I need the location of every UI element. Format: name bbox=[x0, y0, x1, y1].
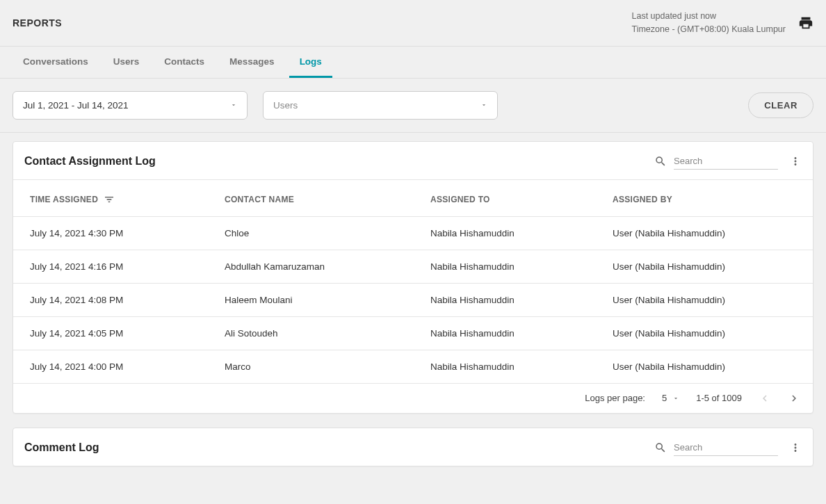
cell-assigned_by: User (Nabila Hishamuddin) bbox=[596, 283, 813, 316]
search-wrap bbox=[654, 439, 778, 456]
page-title: REPORTS bbox=[13, 17, 62, 29]
chevron-down-icon bbox=[230, 101, 237, 108]
cell-time: July 14, 2021 4:30 PM bbox=[13, 216, 208, 250]
cell-contact: Haleem Moulani bbox=[208, 283, 414, 316]
tab-logs[interactable]: Logs bbox=[289, 47, 332, 78]
pagination: Logs per page: 5 1-5 of 1009 bbox=[13, 384, 813, 413]
col-assigned-by[interactable]: ASSIGNED BY bbox=[596, 179, 813, 216]
card-header: Contact Assignment Log bbox=[13, 142, 813, 179]
next-page-icon[interactable] bbox=[788, 392, 800, 405]
card-header: Comment Log bbox=[13, 428, 813, 466]
cell-contact: Ali Sotoudeh bbox=[208, 316, 414, 350]
prev-page-icon[interactable] bbox=[759, 392, 771, 405]
meta-info: Last updated just now Timezone - (GMT+08… bbox=[631, 10, 786, 36]
search-input[interactable] bbox=[674, 153, 778, 170]
last-updated: Last updated just now bbox=[631, 10, 786, 23]
col-contact-name[interactable]: CONTACT NAME bbox=[208, 179, 414, 216]
table-row[interactable]: July 14, 2021 4:30 PMChloeNabila Hishamu… bbox=[13, 216, 813, 250]
tabs: Conversations Users Contacts Messages Lo… bbox=[0, 47, 826, 79]
table-row[interactable]: July 14, 2021 4:05 PMAli SotoudehNabila … bbox=[13, 316, 813, 350]
table-header-row: TIME ASSIGNED CONTACT NAME ASSIGNED TO A… bbox=[13, 179, 813, 216]
more-vert-icon[interactable] bbox=[789, 155, 802, 168]
per-page-select[interactable]: 5 bbox=[662, 393, 679, 403]
cell-assigned_to: Nabila Hishamuddin bbox=[414, 350, 596, 383]
tab-contacts[interactable]: Contacts bbox=[154, 47, 215, 78]
col-time-assigned[interactable]: TIME ASSIGNED bbox=[13, 179, 208, 216]
chevron-down-icon bbox=[480, 101, 487, 108]
chevron-down-icon bbox=[672, 395, 679, 402]
card-title: Comment Log bbox=[24, 441, 654, 454]
users-select[interactable]: Users bbox=[263, 91, 498, 120]
comment-log-card: Comment Log bbox=[13, 428, 813, 466]
cell-assigned_to: Nabila Hishamuddin bbox=[414, 283, 596, 316]
cell-contact: Chloe bbox=[208, 216, 414, 250]
users-placeholder: Users bbox=[273, 100, 298, 111]
content: Contact Assignment Log TIME ASSIGNED bbox=[0, 133, 826, 493]
page-range: 1-5 of 1009 bbox=[696, 393, 742, 403]
cell-assigned_by: User (Nabila Hishamuddin) bbox=[596, 316, 813, 350]
contact-log-table: TIME ASSIGNED CONTACT NAME ASSIGNED TO A… bbox=[13, 179, 813, 384]
cell-assigned_by: User (Nabila Hishamuddin) bbox=[596, 216, 813, 250]
filters-row: Jul 1, 2021 - Jul 14, 2021 Users CLEAR bbox=[0, 79, 826, 133]
cell-time: July 14, 2021 4:00 PM bbox=[13, 350, 208, 383]
per-page-label: Logs per page: bbox=[585, 393, 645, 403]
cell-assigned_to: Nabila Hishamuddin bbox=[414, 316, 596, 350]
search-input[interactable] bbox=[674, 439, 778, 456]
per-page-value: 5 bbox=[662, 393, 667, 403]
cell-assigned_by: User (Nabila Hishamuddin) bbox=[596, 250, 813, 283]
cell-assigned_by: User (Nabila Hishamuddin) bbox=[596, 350, 813, 383]
cell-contact: Abdullah Kamaruzaman bbox=[208, 250, 414, 283]
cell-time: July 14, 2021 4:05 PM bbox=[13, 316, 208, 350]
top-bar: REPORTS Last updated just now Timezone -… bbox=[0, 0, 826, 47]
contact-log-card: Contact Assignment Log TIME ASSIGNED bbox=[13, 141, 813, 414]
card-title: Contact Assignment Log bbox=[24, 155, 654, 168]
timezone: Timezone - (GMT+08:00) Kuala Lumpur bbox=[631, 23, 786, 36]
search-wrap bbox=[654, 153, 778, 170]
cell-time: July 14, 2021 4:16 PM bbox=[13, 250, 208, 283]
date-range-value: Jul 1, 2021 - Jul 14, 2021 bbox=[23, 100, 129, 111]
cell-contact: Marco bbox=[208, 350, 414, 383]
col-assigned-to[interactable]: ASSIGNED TO bbox=[414, 179, 596, 216]
more-vert-icon[interactable] bbox=[789, 441, 802, 454]
table-row[interactable]: July 14, 2021 4:16 PMAbdullah Kamaruzama… bbox=[13, 250, 813, 283]
search-icon bbox=[654, 155, 667, 168]
tab-users[interactable]: Users bbox=[103, 47, 150, 78]
cell-assigned_to: Nabila Hishamuddin bbox=[414, 250, 596, 283]
cell-time: July 14, 2021 4:08 PM bbox=[13, 283, 208, 316]
clear-button[interactable]: CLEAR bbox=[748, 92, 813, 118]
tab-messages[interactable]: Messages bbox=[219, 47, 285, 78]
filter-list-icon bbox=[104, 194, 115, 205]
date-range-select[interactable]: Jul 1, 2021 - Jul 14, 2021 bbox=[13, 91, 248, 120]
table-row[interactable]: July 14, 2021 4:00 PMMarcoNabila Hishamu… bbox=[13, 350, 813, 383]
table-row[interactable]: July 14, 2021 4:08 PMHaleem MoulaniNabil… bbox=[13, 283, 813, 316]
tab-conversations[interactable]: Conversations bbox=[13, 47, 99, 78]
print-icon[interactable] bbox=[798, 15, 813, 31]
top-bar-right: Last updated just now Timezone - (GMT+08… bbox=[631, 10, 813, 36]
search-icon bbox=[654, 441, 667, 454]
cell-assigned_to: Nabila Hishamuddin bbox=[414, 216, 596, 250]
